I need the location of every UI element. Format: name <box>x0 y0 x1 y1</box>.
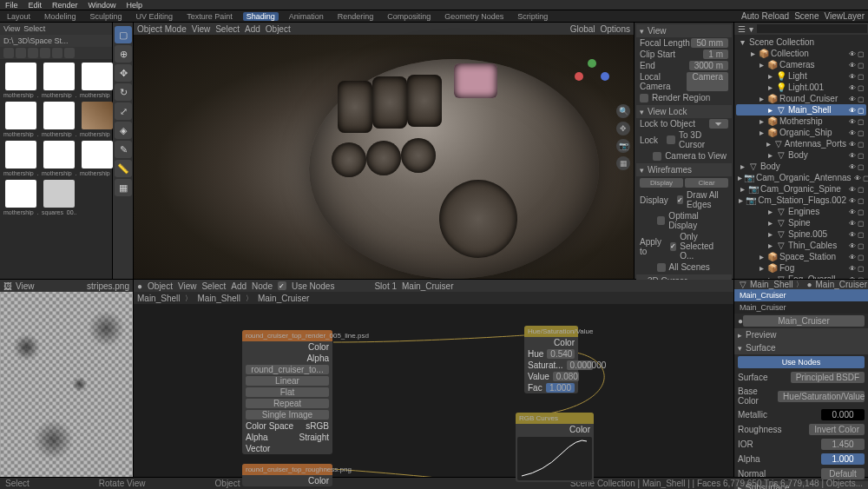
vp-menu-select[interactable]: Select <box>215 24 240 34</box>
tab-scripting[interactable]: Scripting <box>514 12 551 21</box>
vp-menu-add[interactable]: Add <box>245 24 260 34</box>
outliner-root[interactable]: ▾Scene Collection <box>736 36 866 48</box>
sort-icon[interactable] <box>52 48 62 58</box>
mode-selector[interactable]: Object Mode <box>137 24 187 34</box>
scale-tool-icon[interactable]: ⤢ <box>115 102 132 120</box>
filter-icon[interactable] <box>64 48 75 58</box>
fb-item[interactable]: mothership_... <box>3 102 38 137</box>
base-color-field[interactable]: Hue/Saturation/Value <box>778 391 865 402</box>
value-field[interactable]: 0.080 <box>553 372 579 381</box>
all-scenes-checkbox[interactable] <box>657 263 666 272</box>
surface-shader-dropdown[interactable]: Principled BSDF <box>791 372 865 383</box>
outliner-item[interactable]: ▸▽Body👁▢ <box>736 149 866 161</box>
metallic-field[interactable]: 0.000 <box>821 409 865 420</box>
ne-editor-icon[interactable]: ● <box>137 281 142 291</box>
outliner-item[interactable]: ▸📷Cam_Organic_Antennas👁▢ <box>736 172 866 183</box>
ior-field[interactable]: 1.450 <box>821 439 865 450</box>
outliner-item[interactable]: ▸▽Main_Shell👁▢ <box>736 104 866 116</box>
tab-shading[interactable]: Shading <box>243 12 279 21</box>
ie-editor-icon[interactable]: 🖼 <box>3 281 12 291</box>
menu-window[interactable]: Window <box>89 1 116 10</box>
projection-dropdown[interactable]: Flat <box>246 387 329 397</box>
fb-path[interactable]: D:\_3D\Space St... <box>0 35 112 47</box>
sat-field[interactable]: 0.000000 <box>567 360 593 370</box>
tab-modeling[interactable]: Modeling <box>41 12 80 21</box>
outliner-item[interactable]: ▸▽Spine👁▢ <box>736 217 866 228</box>
outliner-search-input[interactable] <box>757 24 867 33</box>
ne-menu-view[interactable]: View <box>178 281 197 291</box>
material-selector[interactable]: Main_Cruiser <box>402 281 453 291</box>
local-camera-field[interactable]: Camera <box>687 72 728 91</box>
tab-animation[interactable]: Animation <box>286 12 327 21</box>
display-thumb-icon[interactable] <box>28 48 38 58</box>
display-big-icon[interactable] <box>40 48 50 58</box>
viewport-3d[interactable]: Object Mode View Select Add Object Globa… <box>134 23 634 279</box>
outliner-item[interactable]: ▸💡Light.001👁▢ <box>736 82 866 93</box>
breadcrumb-mesh[interactable]: Main_Shell <box>197 294 240 303</box>
props-preview-header[interactable]: ▸ Preview <box>734 328 868 341</box>
orientation-gizmo[interactable] <box>575 59 609 94</box>
curve-widget[interactable] <box>517 437 592 480</box>
recurse-icon[interactable] <box>3 48 14 58</box>
rgb-curves-node[interactable]: RGB Curves Color <box>516 413 594 482</box>
outliner-item[interactable]: ▸📦Collection👁▢ <box>736 48 866 59</box>
add-cube-tool-icon[interactable]: ▦ <box>115 179 132 196</box>
draw-all-edges-checkbox[interactable] <box>677 195 683 204</box>
outliner-filter-icon[interactable]: ▾ <box>749 24 753 34</box>
outliner-item[interactable]: ▸▽Body👁▢ <box>736 161 866 172</box>
rotate-tool-icon[interactable]: ↻ <box>115 83 132 101</box>
display-list-icon[interactable] <box>16 48 26 58</box>
use-nodes-button[interactable]: Use Nodes <box>738 356 865 368</box>
breadcrumb-obj[interactable]: Main_Shell <box>137 294 180 303</box>
node-header[interactable]: round_cruiser_top_roughness.png <box>242 464 332 475</box>
ne-shader-type[interactable]: Object <box>148 281 173 291</box>
node-header[interactable]: round_cruiser_top_render_005_line.psd <box>242 330 332 341</box>
ne-menu-add[interactable]: Add <box>231 281 247 291</box>
render-region-checkbox[interactable] <box>640 94 648 102</box>
fb-item[interactable]: mothership_... <box>42 63 76 98</box>
hue-field[interactable]: 0.540 <box>547 349 575 359</box>
clip-end-field[interactable]: 3000 m <box>689 61 728 70</box>
tab-compositing[interactable]: Compositing <box>384 12 434 21</box>
image-canvas[interactable] <box>0 292 133 477</box>
wireframe-clear-btn[interactable]: Clear <box>685 178 728 188</box>
outliner-item[interactable]: ▸📷Cm_Station_Flags.002👁▢ <box>736 195 866 206</box>
outliner-item[interactable]: ▸📦Mothership👁▢ <box>736 116 866 127</box>
slot-selector[interactable]: Slot 1 <box>374 281 397 291</box>
fb-item[interactable]: mothership_... <box>80 63 115 98</box>
options-popover[interactable]: Options <box>601 24 630 34</box>
node-header[interactable]: Hue/Saturation/Value <box>524 326 578 337</box>
fb-item[interactable]: mothership_... <box>42 102 76 137</box>
outliner-item[interactable]: ▸📦Round_Cruiser👁▢ <box>736 93 866 104</box>
props-surface-header[interactable]: ▾ Surface <box>734 341 868 354</box>
material-slot[interactable]: Main_Cruiser <box>734 301 868 314</box>
extension-dropdown[interactable]: Repeat <box>246 399 329 408</box>
outliner-item[interactable]: ▸▽Engines👁▢ <box>736 206 866 217</box>
fb-item[interactable]: mothership_... <box>42 141 76 176</box>
menu-edit[interactable]: Edit <box>29 1 43 10</box>
fb-menu-view[interactable]: View <box>3 24 20 33</box>
fb-item[interactable]: squares_00... <box>42 180 76 215</box>
fb-item[interactable]: mothership_... <box>3 63 38 98</box>
fb-menu-select[interactable]: Select <box>23 24 45 33</box>
menu-render[interactable]: Render <box>52 1 78 10</box>
outliner-item[interactable]: ▸📦Cameras👁▢ <box>736 59 866 70</box>
image-texture-node-2[interactable]: round_cruiser_top_roughness.png Color <box>242 464 332 486</box>
auto-reload-label[interactable]: Auto Reload <box>741 11 789 21</box>
optimal-display-checkbox[interactable] <box>657 216 666 225</box>
viewlayer-selector[interactable]: ViewLayer <box>824 11 865 21</box>
move-tool-icon[interactable]: ✥ <box>115 64 132 82</box>
alpha-field[interactable]: 1.000 <box>821 453 865 465</box>
focal-length-field[interactable]: 50 mm <box>691 38 728 48</box>
tab-geometry-nodes[interactable]: Geometry Nodes <box>441 12 507 21</box>
outliner-item[interactable]: ▸▽Fog_Overall👁▢ <box>736 274 866 279</box>
pan-icon[interactable]: ✥ <box>616 122 630 135</box>
image-texture-node[interactable]: round_cruiser_top_render_005_line.psd Co… <box>242 330 332 454</box>
material-slot[interactable]: Main_Cruiser <box>734 289 868 301</box>
camera-view-icon[interactable]: 📷 <box>616 139 630 153</box>
ne-menu-node[interactable]: Node <box>252 281 273 291</box>
zoom-icon[interactable]: 🔍 <box>616 104 630 118</box>
lock-3dcursor-checkbox[interactable] <box>667 135 675 144</box>
interp-dropdown[interactable]: Linear <box>246 376 329 386</box>
lock-camera-checkbox[interactable] <box>653 152 661 161</box>
